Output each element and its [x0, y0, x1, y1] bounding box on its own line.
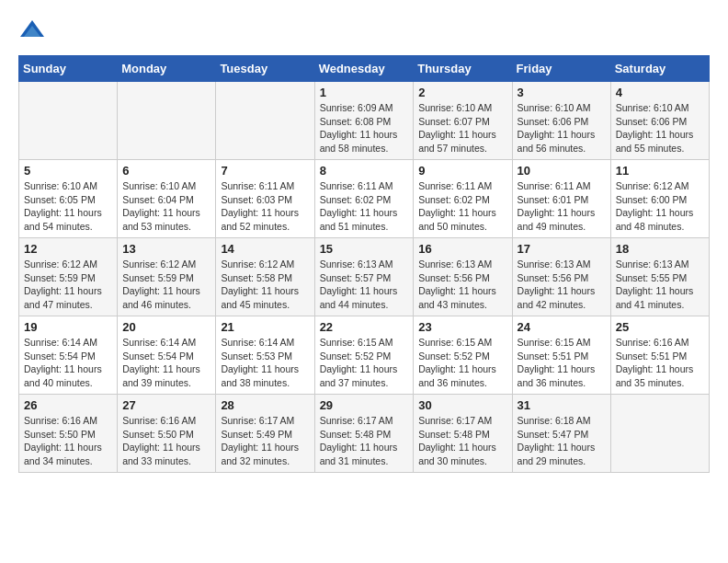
day-info: Sunrise: 6:15 AM Sunset: 5:51 PM Dayligh…	[518, 336, 606, 390]
week-row-4: 19Sunrise: 6:14 AM Sunset: 5:54 PM Dayli…	[19, 316, 710, 395]
calendar-cell: 26Sunrise: 6:16 AM Sunset: 5:50 PM Dayli…	[19, 395, 118, 473]
calendar-cell: 5Sunrise: 6:10 AM Sunset: 6:05 PM Daylig…	[19, 160, 118, 238]
day-number: 12	[24, 242, 112, 256]
day-number: 22	[320, 320, 409, 334]
day-info: Sunrise: 6:12 AM Sunset: 6:00 PM Dayligh…	[616, 179, 704, 234]
calendar-cell: 7Sunrise: 6:11 AM Sunset: 6:03 PM Daylig…	[216, 160, 314, 238]
day-info: Sunrise: 6:16 AM Sunset: 5:51 PM Dayligh…	[616, 336, 704, 390]
calendar-cell: 29Sunrise: 6:17 AM Sunset: 5:48 PM Dayli…	[314, 395, 414, 473]
day-info: Sunrise: 6:16 AM Sunset: 5:50 PM Dayligh…	[122, 414, 210, 468]
calendar-cell: 3Sunrise: 6:10 AM Sunset: 6:06 PM Daylig…	[512, 82, 610, 160]
week-row-5: 26Sunrise: 6:16 AM Sunset: 5:50 PM Dayli…	[19, 395, 710, 473]
day-info: Sunrise: 6:14 AM Sunset: 5:53 PM Dayligh…	[221, 336, 309, 390]
day-info: Sunrise: 6:11 AM Sunset: 6:02 PM Dayligh…	[418, 179, 506, 234]
day-info: Sunrise: 6:12 AM Sunset: 5:58 PM Dayligh…	[221, 258, 309, 312]
calendar-cell: 8Sunrise: 6:11 AM Sunset: 6:02 PM Daylig…	[314, 160, 414, 238]
calendar-cell: 20Sunrise: 6:14 AM Sunset: 5:54 PM Dayli…	[118, 316, 216, 395]
weekday-header-wednesday: Wednesday	[314, 56, 414, 82]
calendar-cell: 13Sunrise: 6:12 AM Sunset: 5:59 PM Dayli…	[118, 238, 216, 316]
calendar-cell: 1Sunrise: 6:09 AM Sunset: 6:08 PM Daylig…	[314, 82, 414, 160]
day-number: 31	[518, 398, 606, 412]
day-info: Sunrise: 6:17 AM Sunset: 5:48 PM Dayligh…	[418, 414, 506, 468]
day-number: 16	[418, 242, 506, 256]
calendar-table: SundayMondayTuesdayWednesdayThursdayFrid…	[18, 55, 710, 473]
calendar-cell	[118, 82, 216, 160]
weekday-header-tuesday: Tuesday	[216, 56, 314, 82]
day-number: 13	[122, 242, 210, 256]
day-info: Sunrise: 6:10 AM Sunset: 6:06 PM Dayligh…	[518, 101, 606, 155]
calendar-cell: 2Sunrise: 6:10 AM Sunset: 6:07 PM Daylig…	[414, 82, 512, 160]
calendar-cell: 18Sunrise: 6:13 AM Sunset: 5:55 PM Dayli…	[610, 238, 709, 316]
day-number: 3	[518, 86, 606, 99]
day-number: 29	[320, 398, 409, 412]
calendar-cell: 28Sunrise: 6:17 AM Sunset: 5:49 PM Dayli…	[216, 395, 314, 473]
calendar-cell: 25Sunrise: 6:16 AM Sunset: 5:51 PM Dayli…	[610, 316, 709, 395]
logo	[18, 18, 50, 46]
day-number: 27	[122, 398, 210, 412]
day-number: 4	[616, 86, 704, 99]
day-info: Sunrise: 6:13 AM Sunset: 5:55 PM Dayligh…	[616, 258, 704, 312]
weekday-header-thursday: Thursday	[414, 56, 512, 82]
day-info: Sunrise: 6:09 AM Sunset: 6:08 PM Dayligh…	[320, 101, 409, 155]
day-number: 25	[616, 320, 704, 334]
day-number: 24	[518, 320, 606, 334]
week-row-2: 5Sunrise: 6:10 AM Sunset: 6:05 PM Daylig…	[19, 160, 710, 238]
weekday-header-row: SundayMondayTuesdayWednesdayThursdayFrid…	[19, 56, 710, 82]
day-number: 26	[24, 398, 112, 412]
day-info: Sunrise: 6:18 AM Sunset: 5:47 PM Dayligh…	[518, 414, 606, 468]
day-number: 17	[518, 242, 606, 256]
header	[18, 18, 710, 46]
day-info: Sunrise: 6:10 AM Sunset: 6:06 PM Dayligh…	[616, 101, 704, 155]
day-number: 30	[418, 398, 506, 412]
day-number: 1	[320, 86, 409, 99]
weekday-header-monday: Monday	[118, 56, 216, 82]
day-info: Sunrise: 6:14 AM Sunset: 5:54 PM Dayligh…	[122, 336, 210, 390]
calendar-cell	[19, 82, 118, 160]
calendar-cell: 23Sunrise: 6:15 AM Sunset: 5:52 PM Dayli…	[414, 316, 512, 395]
day-number: 7	[221, 164, 309, 178]
day-number: 15	[320, 242, 409, 256]
day-info: Sunrise: 6:13 AM Sunset: 5:56 PM Dayligh…	[518, 258, 606, 312]
day-info: Sunrise: 6:15 AM Sunset: 5:52 PM Dayligh…	[320, 336, 409, 390]
day-info: Sunrise: 6:12 AM Sunset: 5:59 PM Dayligh…	[24, 258, 112, 312]
calendar-cell: 6Sunrise: 6:10 AM Sunset: 6:04 PM Daylig…	[118, 160, 216, 238]
day-number: 20	[122, 320, 210, 334]
day-info: Sunrise: 6:10 AM Sunset: 6:04 PM Dayligh…	[122, 179, 210, 234]
day-info: Sunrise: 6:17 AM Sunset: 5:49 PM Dayligh…	[221, 414, 309, 468]
calendar-cell: 24Sunrise: 6:15 AM Sunset: 5:51 PM Dayli…	[512, 316, 610, 395]
calendar-cell: 30Sunrise: 6:17 AM Sunset: 5:48 PM Dayli…	[414, 395, 512, 473]
calendar-cell: 11Sunrise: 6:12 AM Sunset: 6:00 PM Dayli…	[610, 160, 709, 238]
day-number: 23	[418, 320, 506, 334]
day-info: Sunrise: 6:13 AM Sunset: 5:56 PM Dayligh…	[418, 258, 506, 312]
calendar-cell	[610, 395, 709, 473]
day-info: Sunrise: 6:16 AM Sunset: 5:50 PM Dayligh…	[24, 414, 112, 468]
day-number: 6	[122, 164, 210, 178]
day-number: 28	[221, 398, 309, 412]
day-number: 9	[418, 164, 506, 178]
calendar-cell: 17Sunrise: 6:13 AM Sunset: 5:56 PM Dayli…	[512, 238, 610, 316]
week-row-1: 1Sunrise: 6:09 AM Sunset: 6:08 PM Daylig…	[19, 82, 710, 160]
calendar-cell: 19Sunrise: 6:14 AM Sunset: 5:54 PM Dayli…	[19, 316, 118, 395]
day-number: 21	[221, 320, 309, 334]
logo-icon	[18, 18, 46, 46]
calendar-cell: 12Sunrise: 6:12 AM Sunset: 5:59 PM Dayli…	[19, 238, 118, 316]
calendar-cell: 4Sunrise: 6:10 AM Sunset: 6:06 PM Daylig…	[610, 82, 709, 160]
day-info: Sunrise: 6:10 AM Sunset: 6:05 PM Dayligh…	[24, 179, 112, 234]
weekday-header-saturday: Saturday	[610, 56, 709, 82]
day-info: Sunrise: 6:11 AM Sunset: 6:03 PM Dayligh…	[221, 179, 309, 234]
day-info: Sunrise: 6:15 AM Sunset: 5:52 PM Dayligh…	[418, 336, 506, 390]
day-info: Sunrise: 6:11 AM Sunset: 6:01 PM Dayligh…	[518, 179, 606, 234]
week-row-3: 12Sunrise: 6:12 AM Sunset: 5:59 PM Dayli…	[19, 238, 710, 316]
day-number: 10	[518, 164, 606, 178]
calendar-cell: 27Sunrise: 6:16 AM Sunset: 5:50 PM Dayli…	[118, 395, 216, 473]
weekday-header-friday: Friday	[512, 56, 610, 82]
day-number: 19	[24, 320, 112, 334]
calendar-cell: 16Sunrise: 6:13 AM Sunset: 5:56 PM Dayli…	[414, 238, 512, 316]
day-number: 5	[24, 164, 112, 178]
day-info: Sunrise: 6:11 AM Sunset: 6:02 PM Dayligh…	[320, 179, 409, 234]
weekday-header-sunday: Sunday	[19, 56, 118, 82]
calendar-cell: 9Sunrise: 6:11 AM Sunset: 6:02 PM Daylig…	[414, 160, 512, 238]
day-number: 18	[616, 242, 704, 256]
day-number: 2	[418, 86, 506, 99]
day-info: Sunrise: 6:12 AM Sunset: 5:59 PM Dayligh…	[122, 258, 210, 312]
